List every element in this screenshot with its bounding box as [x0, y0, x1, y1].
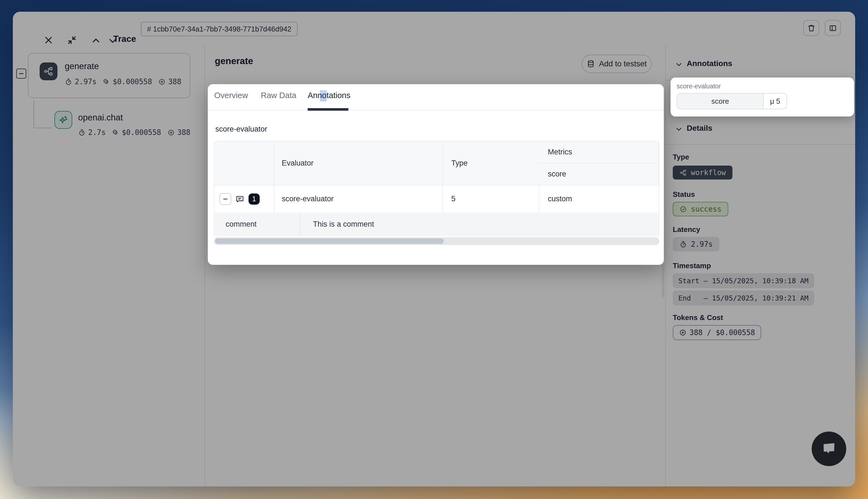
desktop-background: Trace # 1cbb70e7-34a1-7bb7-3498-771b7d46…	[0, 0, 868, 499]
table-cell-type: custom	[540, 185, 659, 212]
comment-key: comment	[215, 212, 301, 236]
table-row-controls: 1	[215, 185, 275, 212]
metric-name-segment[interactable]: score	[677, 93, 764, 109]
collapse-row-button[interactable]	[219, 193, 231, 205]
tab-annotations[interactable]: Annotations	[308, 91, 350, 100]
annotations-table: Evaluator Metrics Type score 1 score-eva…	[214, 141, 659, 236]
table-header-type: Type	[443, 141, 540, 185]
table-cell-evaluator: score-evaluator	[275, 185, 443, 212]
tabs-divider	[208, 110, 664, 110]
comment-value: This is a comment	[301, 212, 659, 236]
table-horizontal-scrollbar[interactable]	[214, 237, 659, 245]
comment-count-badge[interactable]: 1	[249, 194, 260, 205]
table-header-empty	[215, 141, 275, 185]
tab-raw-data[interactable]: Raw Data	[261, 91, 296, 100]
evaluator-section-title: score-evaluator	[215, 125, 267, 134]
comment-row: comment This is a comment	[215, 212, 659, 236]
comment-icon[interactable]	[235, 194, 245, 204]
annotation-card[interactable]: score-evaluator score μ 5	[671, 77, 854, 117]
trace-modal: Trace # 1cbb70e7-34a1-7bb7-3498-771b7d46…	[13, 12, 855, 486]
tab-overview[interactable]: Overview	[214, 91, 248, 100]
metric-mean-segment[interactable]: μ 5	[764, 93, 787, 109]
table-header-evaluator: Evaluator	[275, 141, 443, 185]
annotations-popover: Overview Raw Data Annotations score-eval…	[208, 84, 664, 265]
table-header-metrics: Metrics	[540, 141, 659, 163]
active-tab-indicator	[308, 108, 348, 111]
annotation-metric-control: score μ 5	[677, 93, 787, 109]
table-cell-score: 5	[443, 185, 540, 212]
annotation-evaluator-name: score-evaluator	[677, 83, 721, 90]
table-header-metric-score: score	[540, 163, 659, 185]
scrollbar-thumb[interactable]	[215, 238, 444, 244]
